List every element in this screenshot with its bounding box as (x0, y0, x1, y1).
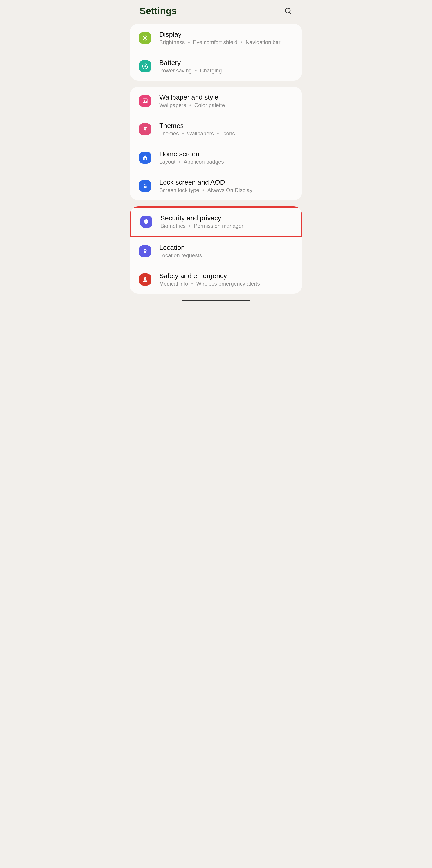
item-title: Security and privacy (161, 214, 292, 222)
display-icon (139, 32, 151, 44)
item-content: Location Location requests (159, 244, 293, 258)
item-title: Lock screen and AOD (159, 179, 293, 186)
settings-item-themes[interactable]: Themes Themes • Wallpapers • Icons (130, 115, 302, 144)
item-content: Themes Themes • Wallpapers • Icons (159, 122, 293, 137)
svg-point-2 (144, 37, 146, 39)
svg-point-15 (144, 100, 145, 101)
item-subtitle: Medical info • Wireless emergency alerts (159, 281, 293, 287)
svg-rect-12 (145, 65, 146, 67)
svg-rect-20 (143, 281, 147, 282)
item-title: Display (159, 31, 293, 38)
item-content: Lock screen and AOD Screen lock type • A… (159, 179, 293, 193)
svg-point-18 (145, 186, 145, 187)
item-content: Safety and emergency Medical info • Wire… (159, 272, 293, 287)
settings-group-1: Display Brightness • Eye comfort shield … (130, 24, 302, 81)
item-subtitle: Wallpapers • Color palette (159, 102, 293, 108)
settings-item-lock-screen[interactable]: Lock screen and AOD Screen lock type • A… (130, 172, 302, 200)
svg-line-9 (143, 39, 144, 40)
gesture-bar[interactable] (182, 300, 250, 301)
item-subtitle: Themes • Wallpapers • Icons (159, 130, 293, 137)
lock-icon (139, 180, 151, 192)
item-title: Home screen (159, 150, 293, 158)
item-subtitle: Layout • App icon badges (159, 159, 293, 165)
item-title: Location (159, 244, 293, 251)
svg-point-19 (144, 250, 146, 251)
settings-item-battery[interactable]: Battery Power saving • Charging (130, 52, 302, 81)
svg-line-5 (143, 36, 144, 37)
settings-item-wallpaper[interactable]: Wallpaper and style Wallpapers • Color p… (130, 87, 302, 115)
item-content: Display Brightness • Eye comfort shield … (159, 31, 293, 45)
item-title: Battery (159, 59, 293, 67)
settings-item-home-screen[interactable]: Home screen Layout • App icon badges (130, 144, 302, 172)
wallpaper-icon (139, 95, 151, 107)
page-title: Settings (140, 6, 177, 17)
settings-item-display[interactable]: Display Brightness • Eye comfort shield … (130, 24, 302, 52)
item-subtitle: Location requests (159, 252, 293, 258)
item-subtitle: Biometrics • Permission manager (161, 223, 292, 229)
svg-rect-13 (145, 65, 146, 66)
search-icon[interactable] (284, 7, 292, 15)
settings-group-3: Security and privacy Biometrics • Permis… (130, 207, 302, 294)
safety-icon (139, 274, 151, 286)
item-subtitle: Screen lock type • Always On Display (159, 187, 293, 193)
themes-icon (139, 123, 151, 135)
item-title: Themes (159, 122, 293, 129)
battery-icon (139, 60, 151, 72)
settings-item-location[interactable]: Location Location requests (130, 237, 302, 265)
header: Settings (128, 0, 304, 22)
item-content: Home screen Layout • App icon badges (159, 150, 293, 165)
svg-line-6 (146, 39, 147, 40)
settings-group-2: Wallpaper and style Wallpapers • Color p… (130, 87, 302, 200)
item-subtitle: Brightness • Eye comfort shield • Naviga… (159, 39, 293, 45)
svg-point-22 (145, 280, 145, 280)
shield-icon (140, 216, 152, 228)
item-content: Battery Power saving • Charging (159, 59, 293, 74)
item-content: Wallpaper and style Wallpapers • Color p… (159, 94, 293, 108)
item-content: Security and privacy Biometrics • Permis… (161, 214, 292, 229)
svg-point-0 (285, 8, 290, 13)
location-icon (139, 245, 151, 257)
svg-line-1 (290, 12, 291, 14)
settings-item-safety[interactable]: Safety and emergency Medical info • Wire… (130, 265, 302, 294)
item-title: Wallpaper and style (159, 94, 293, 101)
settings-item-security[interactable]: Security and privacy Biometrics • Permis… (130, 207, 302, 237)
svg-rect-21 (145, 278, 145, 279)
svg-line-10 (146, 36, 147, 37)
home-icon (139, 152, 151, 164)
item-title: Safety and emergency (159, 272, 293, 280)
item-subtitle: Power saving • Charging (159, 67, 293, 74)
